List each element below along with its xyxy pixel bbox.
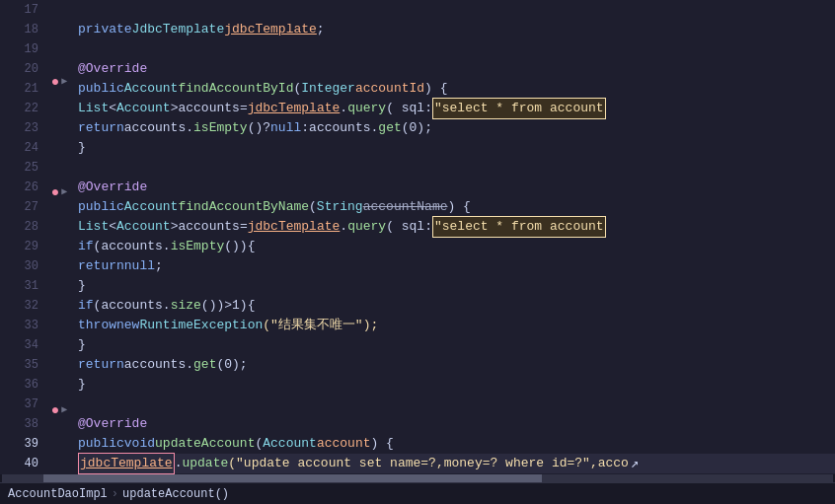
line-num-40: 40 <box>19 454 38 473</box>
horizontal-scrollbar[interactable] <box>0 474 835 482</box>
debug-dot-39: ● <box>51 400 59 420</box>
code-line-39: public void updateAccount(Account accoun… <box>78 434 835 454</box>
code-line-22: List<Account> accounts = jdbcTemplate.qu… <box>78 99 835 118</box>
code-line-23: return accounts.isEmpty()?null:accounts.… <box>78 118 835 138</box>
icon-27: ● ▶ <box>44 182 74 202</box>
line-num-37: 37 <box>19 395 38 414</box>
line-num-27: 27 <box>19 197 38 217</box>
icon-17 <box>44 0 74 18</box>
line-num-18: 18 <box>19 20 38 39</box>
code-line-31: } <box>78 276 835 296</box>
icon-37 <box>44 364 74 382</box>
line-num-35: 35 <box>19 355 38 375</box>
cursor-icon: ↗ <box>631 454 639 473</box>
icon-32 <box>44 274 74 292</box>
icon-26 <box>44 164 74 181</box>
code-line-28: List<Account> accounts = jdbcTemplate.qu… <box>78 217 835 237</box>
icon-24 <box>44 128 74 146</box>
code-area: 17 18 19 20 21 22 23 24 25 26 27 28 29 3… <box>0 0 835 474</box>
line-num-21: 21 <box>19 79 38 99</box>
line-num-22: 22 <box>19 99 38 118</box>
code-line-17 <box>78 0 835 20</box>
code-line-21: public Account findAccountById(Integer a… <box>78 79 835 99</box>
line-num-32: 32 <box>19 296 38 316</box>
accounts-var-28: accounts <box>178 217 239 237</box>
code-line-18: private JdbcTemplate jdbcTemplate; <box>78 20 835 39</box>
line-num-26: 26 <box>19 178 38 197</box>
icon-38 <box>44 383 74 400</box>
scrollbar-thumb[interactable] <box>43 474 542 482</box>
code-line-35: return accounts.get(0); <box>78 355 835 375</box>
icon-30 <box>44 238 74 255</box>
breadcrumb-separator: › <box>112 487 118 501</box>
code-line-19 <box>78 39 835 59</box>
line-num-39: 39 <box>19 434 38 454</box>
line-num-36: 36 <box>19 375 38 395</box>
icon-34 <box>44 310 74 327</box>
code-line-32: if(accounts.size())>1){ <box>78 296 835 316</box>
breadcrumb: AccountDaoImpl › updateAccount() <box>8 487 229 501</box>
icon-39: ● ▶ <box>44 400 74 420</box>
line-num-38: 38 <box>19 414 38 434</box>
code-line-29: if(accounts.isEmpty()){ <box>78 237 835 256</box>
icon-21: ● ▶ <box>44 72 74 92</box>
icon-36 <box>44 346 74 364</box>
icon-42 <box>44 457 74 474</box>
breadcrumb-method[interactable]: updateAccount() <box>122 487 229 501</box>
icon-28 <box>44 202 74 220</box>
icon-33 <box>44 292 74 310</box>
line-num-30: 30 <box>19 256 38 276</box>
code-line-25 <box>78 158 835 178</box>
scrollbar-track <box>2 474 833 482</box>
icon-40 <box>44 420 74 438</box>
code-line-34: } <box>78 335 835 355</box>
code-line-36: } <box>78 375 835 395</box>
code-line-24: } <box>78 138 835 158</box>
icon-23 <box>44 109 74 127</box>
code-line-20: @Override <box>78 59 835 79</box>
fold-icon-21[interactable]: ▶ <box>61 72 67 92</box>
line-num-33: 33 <box>19 316 38 335</box>
code-line-30: return null; <box>78 256 835 276</box>
line-num-20: 20 <box>19 59 38 79</box>
line-num-28: 28 <box>19 217 38 237</box>
code-content[interactable]: private JdbcTemplate jdbcTemplate; @Over… <box>74 0 835 474</box>
line-num-29: 29 <box>19 237 38 256</box>
code-line-40: jdbcTemplate.update ("update account set… <box>78 454 835 473</box>
debug-dot-21: ● <box>51 72 59 92</box>
line-num-19: 19 <box>19 39 38 59</box>
icon-25 <box>44 146 74 164</box>
line-num-25: 25 <box>19 158 38 178</box>
breadcrumb-class[interactable]: AccountDaoImpl <box>8 487 108 501</box>
code-line-38: @Override <box>78 414 835 434</box>
code-line-37 <box>78 395 835 414</box>
icon-29 <box>44 220 74 238</box>
icon-31 <box>44 256 74 274</box>
editor: 17 18 19 20 21 22 23 24 25 26 27 28 29 3… <box>0 0 835 504</box>
code-line-33: throw new RuntimeException("结果集不唯一"); <box>78 316 835 335</box>
line-numbers-gutter: 17 18 19 20 21 22 23 24 25 26 27 28 29 3… <box>0 0 44 474</box>
line-num-31: 31 <box>19 276 38 296</box>
code-line-26: @Override <box>78 178 835 197</box>
status-bar: AccountDaoImpl › updateAccount() <box>0 482 835 504</box>
accounts-var-22: accounts <box>178 99 239 118</box>
line-num-34: 34 <box>19 335 38 355</box>
icon-41 <box>44 438 74 456</box>
icon-19 <box>44 36 74 54</box>
icons-gutter: ● ▶ ● ▶ ● <box>44 0 74 474</box>
icon-35 <box>44 328 74 346</box>
code-line-27: public Account findAccountByName(String … <box>78 197 835 217</box>
line-num-24: 24 <box>19 138 38 158</box>
line-num-17: 17 <box>19 0 38 20</box>
icon-20 <box>44 54 74 72</box>
line-num-23: 23 <box>19 118 38 138</box>
debug-dot-27: ● <box>51 182 59 202</box>
icon-22 <box>44 92 74 109</box>
fold-icon-27[interactable]: ▶ <box>61 182 67 202</box>
icon-18 <box>44 18 74 36</box>
fold-icon-39[interactable]: ▶ <box>61 400 67 420</box>
